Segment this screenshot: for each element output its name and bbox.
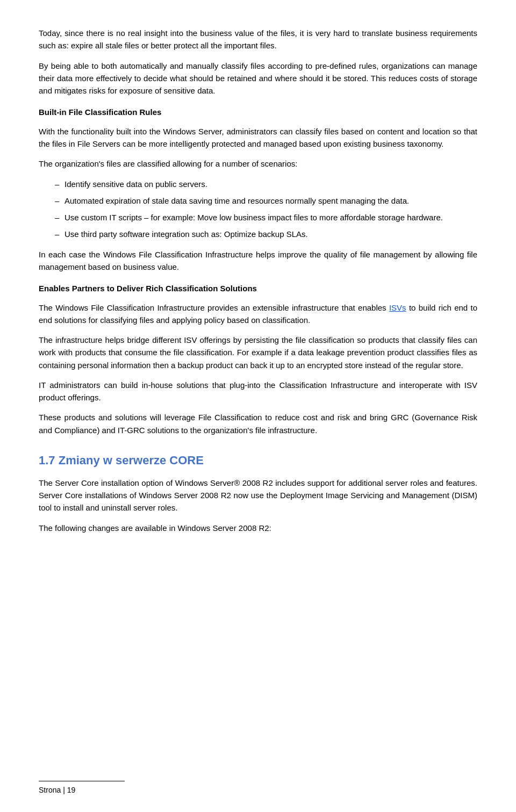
page: Today, since there is no real insight in… — [0, 0, 516, 812]
paragraph-6: The Windows File Classification Infrastr… — [39, 301, 477, 327]
list-item: Use third party software integration suc… — [55, 228, 477, 240]
paragraph-2: By being able to both automatically and … — [39, 60, 477, 97]
isvs-link[interactable]: ISVs — [389, 303, 406, 312]
list-item: Identify sensitive data on public server… — [55, 178, 477, 190]
heading-zmiany: 1.7 Zmiany w serwerze CORE — [39, 451, 477, 469]
paragraph-3: With the functionality built into the Wi… — [39, 125, 477, 150]
heading-enables: Enables Partners to Deliver Rich Classif… — [39, 283, 477, 295]
paragraph-6-start: The Windows File Classification Infrastr… — [39, 303, 389, 312]
footer-text: Strona | 19 — [39, 786, 75, 794]
paragraph-5: In each case the Windows File Classifica… — [39, 248, 477, 274]
paragraph-10: The Server Core installation option of W… — [39, 477, 477, 514]
paragraph-7: The infrastructure helps bridge differen… — [39, 334, 477, 371]
paragraph-1: Today, since there is no real insight in… — [39, 27, 477, 52]
paragraph-11: The following changes are available in W… — [39, 522, 477, 534]
paragraph-8: IT administrators can build in-house sol… — [39, 379, 477, 404]
heading-built-in: Built-in File Classification Rules — [39, 106, 477, 119]
paragraph-4: The organization's files are classified … — [39, 157, 477, 170]
paragraph-9: These products and solutions will levera… — [39, 411, 477, 436]
list-item: Use custom IT scripts – for example: Mov… — [55, 211, 477, 224]
footer: Strona | 19 — [39, 781, 125, 796]
bullet-list: Identify sensitive data on public server… — [55, 178, 477, 241]
list-item: Automated expiration of stale data savin… — [55, 195, 477, 207]
